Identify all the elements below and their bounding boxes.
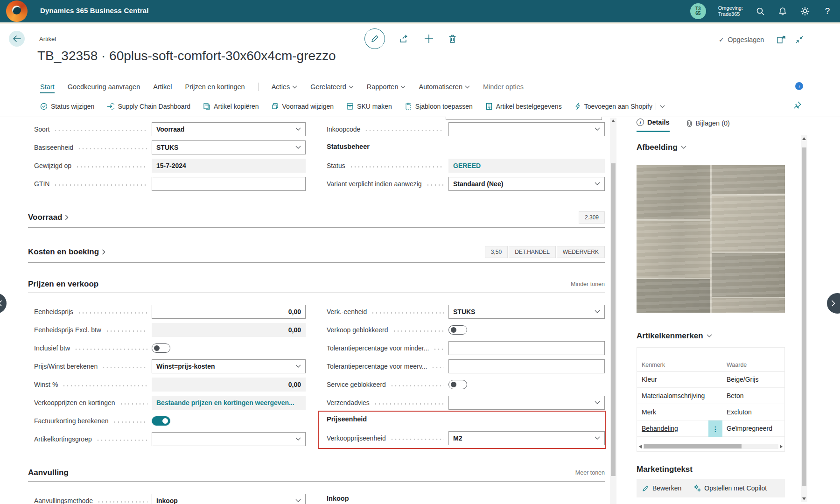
service-geblokkeerd-toggle[interactable] (448, 380, 467, 389)
inclusief-btw-toggle[interactable] (152, 343, 170, 353)
tab-start[interactable]: Start (40, 83, 55, 91)
artikelkenmerken-header[interactable]: Artikelkenmerken (637, 331, 712, 341)
chevron-down-icon[interactable] (295, 146, 301, 149)
action-toevoegen-aan-shopify[interactable]: Toevoegen aan Shopify (574, 103, 665, 110)
chevron-down-icon[interactable] (660, 105, 665, 108)
afbeelding-header[interactable]: Afbeelding (637, 143, 686, 152)
help-icon[interactable]: ? (822, 6, 833, 16)
copilot-button[interactable]: Opstellen met Copilot (693, 484, 767, 492)
item-picture[interactable] (637, 165, 785, 313)
section-aanvulling-header[interactable]: Aanvulling (28, 468, 69, 477)
table-row[interactable]: Merk Excluton (637, 404, 784, 420)
action-supply-chain-dashboard[interactable]: Supply Chain Dashboard (107, 103, 190, 110)
field-verkoopprijzen: Verkoopprijzen en kortingen Bestaande pr… (34, 396, 306, 410)
scrollbar-thumb[interactable] (611, 163, 616, 476)
main-scrollbar[interactable] (610, 118, 616, 504)
section-prijzen-header[interactable]: Prijzen en verkoop (28, 280, 98, 289)
chevron-down-icon[interactable] (295, 364, 301, 368)
tab-minder-opties[interactable]: Minder opties (483, 83, 524, 91)
meer-tonen-link[interactable]: Meer tonen (575, 469, 605, 476)
action-artikel-kopieren[interactable]: Artikel kopiëren (203, 103, 259, 110)
soort-dropdown[interactable]: Voorraad (152, 122, 306, 136)
field-artikelkortingsgroep: Artikelkortingsgroep (34, 432, 306, 446)
scroll-up-arrow[interactable] (802, 137, 806, 140)
scroll-left-arrow[interactable] (639, 445, 642, 448)
table-row[interactable]: Kleur Beige/Grijs (637, 371, 784, 388)
open-in-window-icon[interactable] (777, 35, 786, 44)
assistance-info-icon[interactable]: i (795, 82, 803, 90)
verzendadvies-dropdown[interactable] (448, 396, 605, 410)
back-button[interactable] (9, 31, 25, 47)
tol-meer-input[interactable] (448, 359, 605, 373)
chevron-down-icon[interactable] (295, 127, 301, 131)
tab-gerelateerd[interactable]: Gerelateerd (310, 83, 354, 91)
row-menu-icon[interactable]: ⋮ (708, 420, 722, 437)
scroll-up-arrow[interactable] (611, 119, 615, 122)
action-artikel-bestelgegevens[interactable]: Artikel bestelgegevens (485, 103, 562, 110)
action-voorraad-wijzigen[interactable]: Voorraad wijzigen (272, 103, 334, 110)
tab-rapporten[interactable]: Rapporten (367, 83, 406, 91)
pin-icon[interactable] (793, 101, 802, 109)
chevron-down-icon[interactable] (295, 437, 301, 441)
table-row[interactable]: Materiaalomschrijving Beton (637, 388, 784, 404)
scroll-right-arrow[interactable] (780, 445, 783, 448)
avatar[interactable]: T3 65 (690, 3, 706, 19)
prijs-winst-dropdown[interactable]: Winst=prijs-kosten (152, 359, 306, 373)
tab-automatiseren[interactable]: Automatiseren (419, 83, 470, 91)
chevron-down-icon[interactable] (595, 436, 600, 440)
tab-bijlagen[interactable]: Bijlagen (0) (686, 119, 730, 132)
left-edge-chevron-button[interactable] (0, 293, 7, 314)
verkoopprijseenheid-dropdown[interactable]: M2 (448, 431, 605, 445)
new-record-plus-icon[interactable] (424, 34, 434, 44)
chevron-down-icon[interactable] (295, 499, 301, 503)
tab-goedkeuring-aanvragen[interactable]: Goedkeuring aanvragen (68, 83, 140, 91)
bewerken-button[interactable]: Bewerken (642, 484, 681, 492)
verkoopprijzen-link[interactable]: Bestaande prijzen en kortingen weergeven… (152, 396, 306, 410)
search-icon[interactable] (755, 6, 765, 16)
kosten-badge-dethandel[interactable]: DET.HANDEL (509, 246, 556, 258)
breadcrumb[interactable]: Artikel (39, 35, 56, 42)
chevron-down-icon[interactable] (595, 182, 600, 186)
kosten-badge-wederverk[interactable]: WEDERVERK (557, 246, 605, 258)
tab-prijzen-en-kortingen[interactable]: Prijzen en kortingen (185, 83, 245, 91)
section-voorraad-header[interactable]: Voorraad (28, 213, 69, 222)
minder-tonen-link[interactable]: Minder tonen (571, 281, 605, 287)
gtin-input[interactable] (152, 177, 306, 191)
app-title[interactable]: Dynamics 365 Business Central (40, 7, 149, 14)
scrollbar-thumb[interactable] (802, 147, 806, 486)
artikelkortingsgroep-dropdown[interactable] (152, 432, 306, 446)
chevron-down-icon[interactable] (595, 310, 600, 314)
inkoopcode-dropdown[interactable] (448, 122, 605, 136)
attributes-hscrollbar[interactable] (639, 443, 783, 449)
factbox-scrollbar[interactable] (801, 135, 807, 502)
action-sjabloon-toepassen[interactable]: Sjabloon toepassen (405, 103, 473, 110)
table-row-selected[interactable]: Behandeling Geïmpregneerd ⋮ (637, 420, 784, 437)
basiseenheid-dropdown[interactable]: STUKS (152, 140, 306, 154)
notifications-bell-icon[interactable] (777, 6, 788, 16)
section-kosten-header[interactable]: Kosten en boeking (28, 247, 105, 257)
share-icon[interactable] (399, 34, 410, 43)
right-edge-chevron-button[interactable] (827, 293, 840, 314)
factuurkorting-toggle[interactable] (152, 416, 170, 426)
variant-dropdown[interactable]: Standaard (Nee) (448, 177, 605, 191)
voorraad-badge[interactable]: 2.309 (579, 211, 605, 224)
tab-details[interactable]: i Details (637, 119, 670, 132)
tab-acties[interactable]: Acties (272, 83, 298, 91)
verkoop-geblokkeerd-toggle[interactable] (448, 325, 467, 335)
eenheidsprijs-input[interactable]: 0,00 (152, 305, 306, 319)
aanvullingsmethode-dropdown[interactable]: Inkoop (152, 494, 306, 504)
action-status-wijzigen[interactable]: Status wijzigen (40, 103, 94, 110)
collapse-icon[interactable] (795, 35, 804, 44)
edit-pencil-icon[interactable] (364, 28, 385, 49)
kosten-badge-eenheid[interactable]: 3,50 (485, 246, 508, 258)
hscrollbar-thumb[interactable] (644, 444, 742, 448)
tab-artikel[interactable]: Artikel (153, 83, 172, 91)
chevron-down-icon[interactable] (595, 401, 600, 405)
action-sku-maken[interactable]: SKU maken (346, 103, 392, 110)
settings-gear-icon[interactable] (800, 6, 810, 16)
scroll-down-arrow[interactable] (802, 497, 806, 500)
delete-trash-icon[interactable] (448, 34, 457, 43)
tol-minder-input[interactable] (448, 341, 605, 355)
verk-eenheid-dropdown[interactable]: STUKS (448, 305, 605, 319)
chevron-down-icon[interactable] (595, 127, 600, 131)
